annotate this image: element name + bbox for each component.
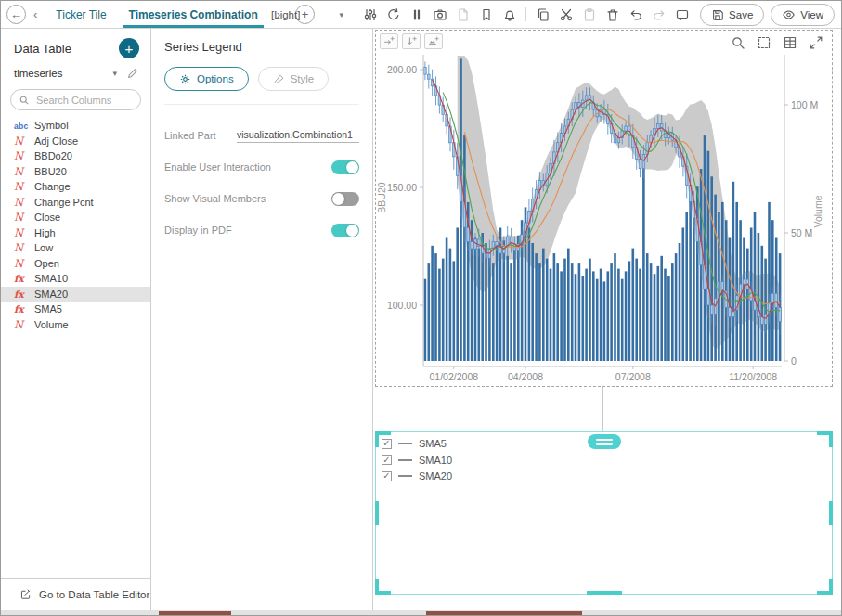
- column-item-close[interactable]: NClose: [1, 210, 150, 225]
- numeric-type-icon: N: [14, 211, 34, 224]
- text-type-icon: abc: [14, 120, 34, 131]
- view-button[interactable]: View: [771, 4, 835, 26]
- style-tab[interactable]: Style: [258, 67, 330, 91]
- svg-text:04/2008: 04/2008: [508, 371, 543, 382]
- gear-icon: [179, 73, 191, 85]
- svg-text:11/20/2008: 11/20/2008: [729, 371, 777, 382]
- application-window: ← ‹ Ticker Tile Timeseries Combination ›…: [0, 0, 842, 616]
- save-disk-icon: [711, 8, 724, 21]
- chevron-down-icon[interactable]: ▾: [112, 69, 117, 78]
- column-item-change-pcnt[interactable]: NChange Pcnt: [1, 195, 150, 211]
- svg-text:0: 0: [791, 355, 797, 366]
- column-item-sma10[interactable]: fxSMA10: [1, 271, 150, 287]
- toggle-switch-show-visual-members[interactable]: [331, 192, 359, 206]
- marquee-select-icon[interactable]: [756, 34, 772, 51]
- background-window-fragment: [426, 611, 582, 616]
- toolbar-actions: [Light] ▾ Save View: [271, 1, 835, 28]
- column-item-volume[interactable]: NVolume: [1, 317, 150, 333]
- checkbox[interactable]: ✓: [382, 471, 392, 481]
- column-item-change[interactable]: NChange: [1, 179, 150, 195]
- bookmark-icon[interactable]: [475, 5, 497, 25]
- bell-icon[interactable]: [499, 5, 520, 25]
- add-points-icon[interactable]: [424, 33, 443, 49]
- footer-label: Go to Data Table Editor: [39, 589, 149, 600]
- column-item-bbdo20[interactable]: NBBDo20: [1, 148, 150, 164]
- main-area: Data Table + timeseries ▾ abcSymbolNAdj …: [1, 29, 841, 610]
- plus-icon: +: [125, 41, 134, 57]
- column-item-sma20[interactable]: fxSMA20: [1, 287, 150, 302]
- export-table-icon[interactable]: [782, 34, 798, 51]
- column-item-adj-close[interactable]: NAdj Close: [1, 134, 150, 149]
- eye-icon: [782, 8, 796, 21]
- combination-chart-panel[interactable]: 200.00150.00100.00100 M50 M001/02/200804…: [375, 30, 833, 387]
- combination-chart[interactable]: 200.00150.00100.00100 M50 M001/02/200804…: [376, 31, 832, 386]
- selection-edge-right[interactable]: [829, 501, 833, 525]
- column-label: Low: [34, 242, 53, 253]
- add-data-table-button[interactable]: +: [119, 38, 139, 58]
- copy-icon[interactable]: [532, 5, 553, 25]
- column-label: Change: [34, 181, 71, 192]
- theme-selector[interactable]: [Light] ▾: [271, 9, 343, 20]
- svg-text:50 M: 50 M: [791, 227, 812, 238]
- column-label: SMA10: [34, 273, 68, 284]
- column-item-high[interactable]: NHigh: [1, 225, 150, 241]
- drag-handle[interactable]: [588, 434, 621, 449]
- pause-icon[interactable]: [406, 5, 427, 25]
- legend-item-sma5[interactable]: ✓SMA5: [382, 436, 452, 452]
- background-window-fragment: [159, 611, 231, 616]
- linked-part-label: Linked Part: [164, 129, 237, 143]
- svg-text:100.00: 100.00: [387, 300, 417, 311]
- selection-edge-bottom[interactable]: [587, 591, 622, 595]
- column-item-low[interactable]: NLow: [1, 240, 150, 256]
- svg-text:150.00: 150.00: [387, 182, 417, 193]
- column-item-symbol[interactable]: abcSymbol: [1, 118, 150, 134]
- trash-icon[interactable]: [602, 5, 623, 25]
- view-label: View: [800, 9, 823, 20]
- edit-square-icon: [19, 588, 32, 600]
- toggle-switch-enable-user-interaction[interactable]: [331, 160, 359, 174]
- redo-icon: [648, 5, 669, 25]
- selection-edge-left[interactable]: [375, 501, 379, 525]
- column-label: Change Pcnt: [34, 197, 94, 208]
- undo-icon[interactable]: [625, 5, 646, 25]
- add-row-icon[interactable]: [402, 33, 421, 49]
- legend-label: SMA10: [419, 455, 452, 466]
- chart-add-tools: [380, 33, 443, 49]
- search-columns-box[interactable]: [10, 89, 141, 110]
- search-columns-input[interactable]: [34, 94, 133, 107]
- go-to-data-table-editor-button[interactable]: Go to Data Table Editor: [1, 578, 150, 610]
- cut-icon[interactable]: [555, 5, 576, 25]
- series-legend-panel[interactable]: ✓SMA5✓SMA10✓SMA20: [375, 431, 833, 595]
- toggle-switch-display-in-pdf[interactable]: [331, 224, 359, 237]
- column-item-bbu20[interactable]: NBBU20: [1, 164, 150, 180]
- save-button[interactable]: Save: [700, 4, 764, 26]
- toolbar-divider: [525, 7, 526, 21]
- tab-strip: ← ‹ Ticker Tile Timeseries Combination ›…: [1, 1, 315, 28]
- back-button[interactable]: ←: [6, 5, 26, 24]
- checkbox[interactable]: ✓: [382, 455, 392, 465]
- legend-item-sma20[interactable]: ✓SMA20: [382, 468, 452, 484]
- column-item-sma5[interactable]: fxSMA5: [1, 302, 150, 317]
- expand-icon[interactable]: [808, 34, 824, 51]
- legend-item-sma10[interactable]: ✓SMA10: [382, 453, 452, 468]
- column-item-open[interactable]: NOpen: [1, 256, 150, 272]
- tab-scroll-left-icon[interactable]: ‹: [26, 7, 45, 21]
- refresh-icon[interactable]: [382, 5, 404, 25]
- camera-icon[interactable]: [429, 5, 450, 25]
- search-icon: [19, 95, 30, 106]
- toggle-row: Enable User Interaction: [164, 160, 359, 174]
- table-name[interactable]: timeseries: [14, 68, 112, 79]
- tab-ticker-tile[interactable]: Ticker Tile: [45, 1, 117, 28]
- style-tab-label: Style: [291, 73, 315, 84]
- comment-icon[interactable]: [671, 5, 693, 25]
- legend-label: SMA20: [419, 470, 452, 481]
- data-table-sidebar: Data Table + timeseries ▾ abcSymbolNAdj …: [1, 29, 151, 610]
- tab-timeseries-combination[interactable]: Timeseries Combination: [118, 1, 269, 28]
- options-tab[interactable]: Options: [164, 67, 249, 91]
- add-column-icon[interactable]: [380, 33, 398, 49]
- zoom-icon[interactable]: [730, 34, 746, 51]
- linked-part-input[interactable]: [237, 127, 359, 143]
- edit-table-icon[interactable]: [126, 67, 139, 80]
- paste-icon: [578, 5, 600, 25]
- tune-icon[interactable]: [359, 5, 381, 25]
